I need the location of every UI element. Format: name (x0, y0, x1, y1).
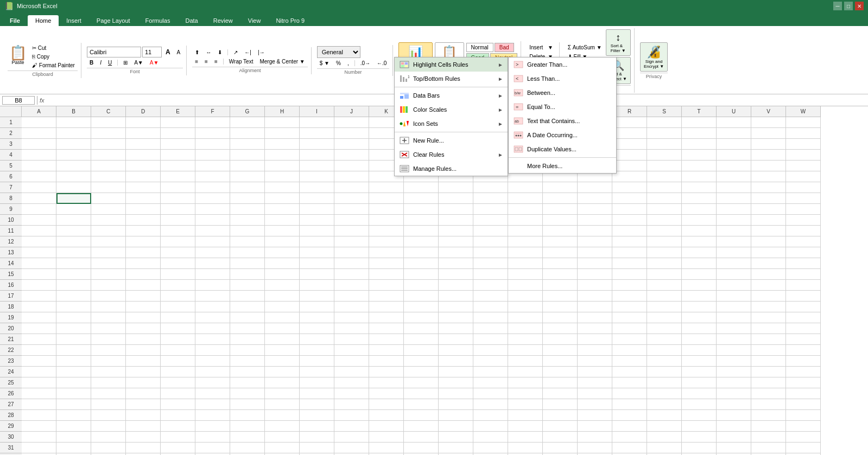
cell-G29[interactable] (230, 421, 265, 432)
cell-T1[interactable] (682, 117, 717, 128)
cell-D16[interactable] (126, 280, 161, 291)
cell-G11[interactable] (230, 226, 265, 236)
decrease-font-btn[interactable]: A (174, 48, 183, 56)
cell-N30[interactable] (473, 432, 508, 443)
cell-A17[interactable] (22, 291, 56, 302)
cell-G27[interactable] (230, 399, 265, 410)
col-header-A[interactable]: A (22, 106, 56, 117)
cell-A13[interactable] (22, 247, 56, 258)
cell-V21[interactable] (751, 334, 786, 345)
cell-F27[interactable] (195, 399, 230, 410)
cell-R7[interactable] (612, 182, 647, 193)
cell-P9[interactable] (543, 204, 578, 215)
cell-E29[interactable] (161, 421, 195, 432)
minimize-btn[interactable]: ─ (833, 2, 842, 10)
cell-U8[interactable] (717, 193, 751, 204)
submenu-item-text-contains[interactable]: ab Text that Contains... (509, 114, 616, 128)
cell-D8[interactable] (126, 193, 161, 204)
cell-P16[interactable] (543, 280, 578, 291)
row-header-20[interactable]: 20 (0, 323, 22, 334)
cell-W20[interactable] (786, 323, 821, 334)
cell-U24[interactable] (717, 367, 751, 377)
cell-O25[interactable] (508, 377, 543, 388)
cell-K19[interactable] (369, 312, 404, 323)
cell-G23[interactable] (230, 356, 265, 367)
cell-D6[interactable] (126, 171, 161, 182)
cell-G10[interactable] (230, 215, 265, 226)
cell-R4[interactable] (612, 150, 647, 161)
cell-U14[interactable] (717, 258, 751, 269)
italic-btn[interactable]: I (97, 59, 104, 67)
cell-S18[interactable] (647, 302, 682, 312)
cell-I7[interactable] (300, 182, 334, 193)
cell-C31[interactable] (91, 443, 126, 453)
cell-E31[interactable] (161, 443, 195, 453)
cell-E9[interactable] (161, 204, 195, 215)
cell-K26[interactable] (369, 388, 404, 399)
cell-I18[interactable] (300, 302, 334, 312)
cell-Q24[interactable] (578, 367, 612, 377)
cell-R5[interactable] (612, 161, 647, 171)
cell-B27[interactable] (56, 399, 91, 410)
cell-S25[interactable] (647, 377, 682, 388)
cell-L19[interactable] (404, 312, 439, 323)
cell-F16[interactable] (195, 280, 230, 291)
cell-H29[interactable] (265, 421, 300, 432)
cell-G9[interactable] (230, 204, 265, 215)
cell-T6[interactable] (682, 171, 717, 182)
cell-D31[interactable] (126, 443, 161, 453)
cell-A16[interactable] (22, 280, 56, 291)
cell-G26[interactable] (230, 388, 265, 399)
cell-M10[interactable] (439, 215, 473, 226)
cell-C25[interactable] (91, 377, 126, 388)
cell-H23[interactable] (265, 356, 300, 367)
cell-V15[interactable] (751, 269, 786, 280)
cell-Q19[interactable] (578, 312, 612, 323)
cell-D23[interactable] (126, 356, 161, 367)
currency-btn[interactable]: $ ▼ (317, 59, 332, 67)
cell-A28[interactable] (22, 410, 56, 421)
cell-F1[interactable] (195, 117, 230, 128)
cell-Q21[interactable] (578, 334, 612, 345)
format-painter-button[interactable]: 🖌 Format Painter (29, 61, 78, 69)
cell-M18[interactable] (439, 302, 473, 312)
cell-H28[interactable] (265, 410, 300, 421)
cell-L10[interactable] (404, 215, 439, 226)
cell-T20[interactable] (682, 323, 717, 334)
cell-Q14[interactable] (578, 258, 612, 269)
cell-K24[interactable] (369, 367, 404, 377)
cell-F4[interactable] (195, 150, 230, 161)
cell-W21[interactable] (786, 334, 821, 345)
cell-F24[interactable] (195, 367, 230, 377)
row-header-21[interactable]: 21 (0, 334, 22, 345)
number-format-select[interactable]: General Number Currency Date Text (317, 46, 360, 58)
cell-N18[interactable] (473, 302, 508, 312)
col-header-C[interactable]: C (91, 106, 126, 117)
cell-J24[interactable] (334, 367, 369, 377)
cell-H21[interactable] (265, 334, 300, 345)
cell-M21[interactable] (439, 334, 473, 345)
cell-S31[interactable] (647, 443, 682, 453)
cell-A31[interactable] (22, 443, 56, 453)
cell-I25[interactable] (300, 377, 334, 388)
cell-Q15[interactable] (578, 269, 612, 280)
cell-G13[interactable] (230, 247, 265, 258)
cell-V23[interactable] (751, 356, 786, 367)
cell-M28[interactable] (439, 410, 473, 421)
cell-T24[interactable] (682, 367, 717, 377)
cell-B11[interactable] (56, 226, 91, 236)
cell-W25[interactable] (786, 377, 821, 388)
cell-C10[interactable] (91, 215, 126, 226)
cell-B23[interactable] (56, 356, 91, 367)
cell-V7[interactable] (751, 182, 786, 193)
cell-E2[interactable] (161, 128, 195, 139)
cell-C9[interactable] (91, 204, 126, 215)
cell-W27[interactable] (786, 399, 821, 410)
cell-K15[interactable] (369, 269, 404, 280)
cell-R11[interactable] (612, 226, 647, 236)
row-header-22[interactable]: 22 (0, 345, 22, 356)
cell-A9[interactable] (22, 204, 56, 215)
cell-B1[interactable] (56, 117, 91, 128)
cut-button[interactable]: ✂ Cut (29, 44, 78, 52)
cell-T16[interactable] (682, 280, 717, 291)
